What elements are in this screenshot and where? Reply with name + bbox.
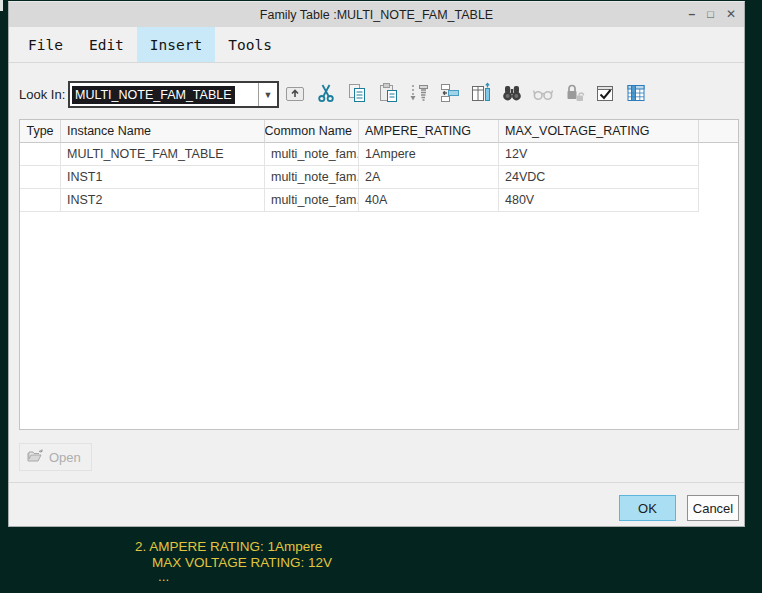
menubar: File Edit Insert Tools xyxy=(9,27,744,63)
add-column-button[interactable] xyxy=(470,82,492,104)
find-button[interactable] xyxy=(501,82,523,104)
column-header-common-name[interactable]: Common Name xyxy=(265,120,359,143)
open-button[interactable]: Open xyxy=(19,443,92,471)
model-note-line: 2. AMPERE RATING: 1Ampere xyxy=(135,539,322,554)
up-one-level-icon xyxy=(284,82,306,104)
look-in-label: Look In: xyxy=(19,87,65,102)
preview-icon xyxy=(532,82,554,104)
find-icon xyxy=(501,82,523,104)
titlebar[interactable]: Family Table :MULTI_NOTE_FAM_TABLE xyxy=(9,2,744,27)
column-header-type[interactable]: Type xyxy=(20,120,61,143)
ampere-rating-cell[interactable]: 1Ampere xyxy=(359,143,499,166)
spacer-cell xyxy=(699,143,738,166)
table-row[interactable]: MULTI_NOTE_FAM_TABLE multi_note_fam... 1… xyxy=(20,143,738,166)
preview-button[interactable] xyxy=(532,82,554,104)
column-header-instance-name[interactable]: Instance Name xyxy=(61,120,265,143)
table-row[interactable]: INST1 multi_note_fam... 2A 24VDC xyxy=(20,166,738,189)
menu-insert[interactable]: Insert xyxy=(137,27,215,62)
menu-edit[interactable]: Edit xyxy=(76,27,137,62)
ampere-rating-cell[interactable]: 40A xyxy=(359,189,499,212)
instance-name-cell[interactable]: INST1 xyxy=(61,166,265,189)
verify-button[interactable] xyxy=(594,82,616,104)
dialog-title: Family Table :MULTI_NOTE_FAM_TABLE xyxy=(260,8,493,22)
open-button-label: Open xyxy=(49,450,81,465)
common-name-cell[interactable]: multi_note_fam... xyxy=(265,166,359,189)
insert-instance-icon xyxy=(439,82,461,104)
chevron-down-icon[interactable]: ▼ xyxy=(258,83,277,106)
ampere-rating-cell[interactable]: 2A xyxy=(359,166,499,189)
lock-button[interactable] xyxy=(563,82,585,104)
add-column-icon xyxy=(470,82,492,104)
common-name-cell[interactable]: multi_note_fam... xyxy=(265,189,359,212)
edit-table-button[interactable] xyxy=(625,82,647,104)
insert-row-button[interactable] xyxy=(408,82,430,104)
model-note-line: MAX VOLTAGE RATING: 12V xyxy=(152,555,332,570)
look-in-combobox[interactable]: MULTI_NOTE_FAM_TABLE ▼ xyxy=(68,81,279,108)
maximize-icon[interactable]: □ xyxy=(707,2,714,27)
insert-row-icon xyxy=(408,82,430,104)
max-voltage-rating-cell[interactable]: 480V xyxy=(499,189,699,212)
table-row[interactable]: INST2 multi_note_fam... 40A 480V xyxy=(20,189,738,212)
max-voltage-rating-cell[interactable]: 12V xyxy=(499,143,699,166)
open-folder-icon xyxy=(26,448,44,467)
copy-icon xyxy=(346,82,368,104)
menu-tools[interactable]: Tools xyxy=(215,27,285,62)
look-in-value: MULTI_NOTE_FAM_TABLE xyxy=(72,86,235,104)
menu-file[interactable]: File xyxy=(15,27,76,62)
up-one-level-button[interactable] xyxy=(284,82,306,104)
ok-button[interactable]: OK xyxy=(619,495,676,521)
cancel-button-label: Cancel xyxy=(693,501,733,516)
instances-table: Type Instance Name Common Name AMPERE_RA… xyxy=(19,119,739,430)
type-cell[interactable] xyxy=(20,143,61,166)
spacer-cell xyxy=(699,189,738,212)
paste-button[interactable] xyxy=(377,82,399,104)
paste-icon xyxy=(377,82,399,104)
toolbar xyxy=(284,82,647,104)
insert-instance-button[interactable] xyxy=(439,82,461,104)
type-cell[interactable] xyxy=(20,166,61,189)
minimize-icon[interactable]: – xyxy=(689,2,696,27)
spacer-cell xyxy=(699,166,738,189)
family-table-dialog: Family Table :MULTI_NOTE_FAM_TABLE – □ ✕… xyxy=(8,1,745,527)
close-icon[interactable]: ✕ xyxy=(726,2,736,27)
lock-icon xyxy=(563,82,585,104)
ok-button-label: OK xyxy=(638,501,657,516)
instance-name-cell[interactable]: INST2 xyxy=(61,189,265,212)
column-header-spacer xyxy=(699,120,738,143)
footer-divider xyxy=(9,482,744,483)
window-controls: – □ ✕ xyxy=(689,2,736,27)
cancel-button[interactable]: Cancel xyxy=(687,495,739,521)
table-header-row: Type Instance Name Common Name AMPERE_RA… xyxy=(20,120,738,143)
edit-table-icon xyxy=(625,82,647,104)
cut-icon xyxy=(315,82,337,104)
cut-button[interactable] xyxy=(315,82,337,104)
desktop-artifact xyxy=(0,0,3,11)
copy-button[interactable] xyxy=(346,82,368,104)
column-header-ampere-rating[interactable]: AMPERE_RATING xyxy=(359,120,499,143)
verify-icon xyxy=(594,82,616,104)
column-header-max-voltage-rating[interactable]: MAX_VOLTAGE_RATING xyxy=(499,120,699,143)
instance-name-cell[interactable]: MULTI_NOTE_FAM_TABLE xyxy=(61,143,265,166)
type-cell[interactable] xyxy=(20,189,61,212)
max-voltage-rating-cell[interactable]: 24VDC xyxy=(499,166,699,189)
model-note-line: ... xyxy=(158,569,169,584)
common-name-cell[interactable]: multi_note_fam... xyxy=(265,143,359,166)
